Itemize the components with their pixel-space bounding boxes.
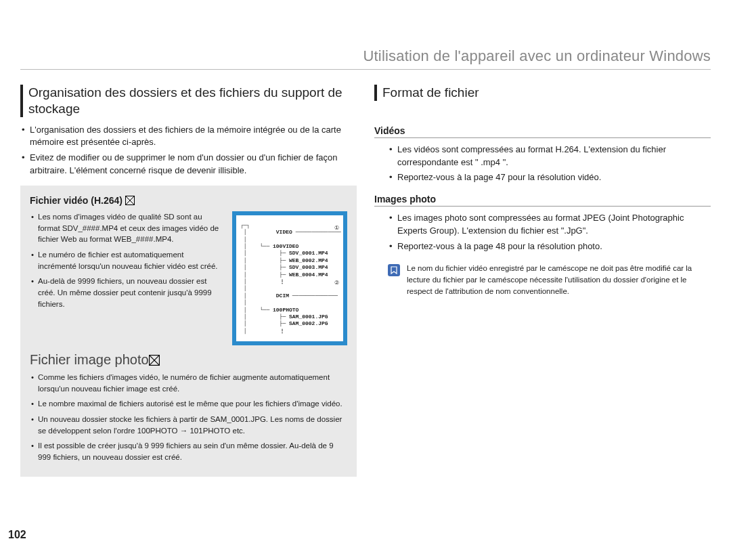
video-file-heading: Fichier vidéo (H.264)	[30, 195, 347, 206]
intro-item: Evitez de modifier ou de supprimer le no…	[20, 152, 357, 177]
folder-tree-diagram: ① ② ┌─┐ │ VIDEO ────────────── │ │ └── 1…	[232, 211, 347, 345]
left-title: Organisation des dossiers et des fichier…	[20, 85, 357, 117]
photo-file-heading-text: Fichier image photo	[30, 352, 149, 367]
video-file-heading-text: Fichier vidéo (H.264)	[30, 195, 123, 206]
images-list: Les images photo sont compressées au for…	[374, 212, 711, 253]
images-item: Les images photo sont compressées au for…	[388, 212, 711, 238]
photo-item: Comme les fichiers d'images vidéo, le nu…	[30, 372, 347, 394]
tree-file: SDV_0003.MP4	[289, 264, 328, 270]
gray-info-box: Fichier vidéo (H.264) Les noms d'images …	[20, 186, 357, 477]
video-item: Au-delà de 9999 fichiers, un nouveau dos…	[30, 276, 223, 309]
page-number: 102	[8, 529, 26, 541]
images-subhead: Images photo	[374, 194, 711, 207]
videos-item: Reportez-vous à la page 47 pour la résol…	[388, 171, 711, 184]
right-title: Format de fichier	[374, 85, 711, 101]
video-section-inner: Les noms d'images vidéo de qualité SD so…	[30, 211, 347, 345]
placeholder-icon	[125, 196, 135, 205]
videos-subhead: Vidéos	[374, 125, 711, 138]
left-intro-list: L'organisation des dossiers et des fichi…	[20, 124, 357, 177]
videos-item: Les vidéos sont compressées au format H.…	[388, 144, 711, 169]
left-column: Organisation des dossiers et des fichier…	[20, 85, 357, 477]
photo-file-heading: Fichier image photo	[30, 352, 347, 368]
tree-ref-1: ①	[334, 225, 339, 232]
manual-page: Utilisation de l'appareil avec un ordina…	[0, 0, 731, 560]
right-column: Format de fichier Vidéos Les vidéos sont…	[374, 85, 711, 477]
tree-node: DCIM	[276, 293, 289, 299]
videos-list: Les vidéos sont compressées au format H.…	[374, 144, 711, 185]
two-column-layout: Organisation des dossiers et des fichier…	[20, 85, 711, 477]
images-item: Reportez-vous à la page 48 pour la résol…	[388, 240, 711, 253]
photo-item: Le nombre maximal de fichiers autorisé e…	[30, 398, 347, 410]
note-icon	[388, 264, 400, 276]
tree-file: SDV_0001.MP4	[289, 250, 328, 256]
tree-file: WEB_0002.MP4	[289, 257, 328, 263]
tree-file: SAM_0001.JPG	[289, 314, 328, 320]
video-bullets: Les noms d'images vidéo de qualité SD so…	[30, 211, 223, 345]
note-text: Le nom du fichier vidéo enregistré par l…	[407, 263, 711, 298]
tree-file: SAM_0002.JPG	[289, 320, 328, 326]
tree-file: WEB_0004.MP4	[289, 272, 328, 278]
tree-node: 100PHOTO	[273, 307, 298, 313]
photo-item: Un nouveau dossier stocke les fichiers à…	[30, 414, 347, 436]
video-item: Le numéro de fichier est automatiquement…	[30, 249, 223, 272]
tree-node: 100VIDEO	[273, 243, 298, 249]
photo-item: Il est possible de créer jusqu'à 9 999 f…	[30, 440, 347, 462]
photo-bullets: Comme les fichiers d'images vidéo, le nu…	[30, 372, 347, 463]
intro-item: L'organisation des dossiers et des fichi…	[20, 124, 357, 150]
tree-ref-2: ②	[334, 280, 339, 286]
page-header: Utilisation de l'appareil avec un ordina…	[20, 47, 711, 70]
tree-node: VIDEO	[276, 229, 292, 235]
video-item: Les noms d'images vidéo de qualité SD so…	[30, 211, 223, 245]
note-block: Le nom du fichier vidéo enregistré par l…	[374, 263, 711, 298]
placeholder-icon	[149, 355, 160, 366]
